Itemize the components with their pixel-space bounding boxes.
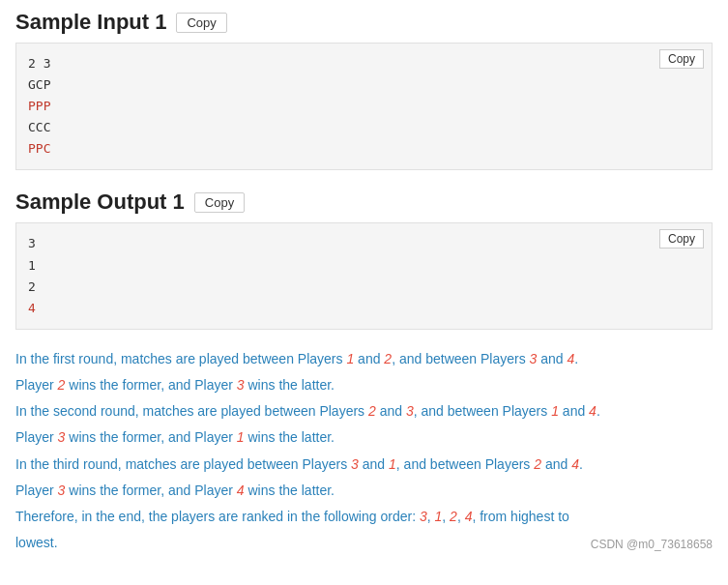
- code-line: PPC: [28, 138, 700, 160]
- sample-input-copy-corner[interactable]: Copy: [659, 49, 704, 69]
- sample-output-copy-button[interactable]: Copy: [194, 192, 245, 213]
- sample-input-title: Sample Input 1: [15, 10, 166, 35]
- sample-input-copy-button[interactable]: Copy: [176, 13, 226, 33]
- sample-input-block: Copy 2 3 GCP PPP CCC PPC: [15, 43, 713, 170]
- explanation-line-4: Player 3 wins the former, and Player 1 w…: [15, 425, 713, 450]
- code-line: 1: [28, 255, 700, 277]
- explanation-line-1: In the first round, matches are played b…: [15, 347, 713, 371]
- code-line: GCP: [28, 74, 700, 96]
- explanation-line-8: lowest. CSDN @m0_73618658: [15, 531, 713, 556]
- explanation-line-7: Therefore, in the end, the players are r…: [15, 505, 713, 529]
- explanation-line-5: In the third round, matches are played b…: [15, 453, 713, 477]
- sample-output-header: Sample Output 1 Copy: [15, 190, 713, 215]
- sample-input-header: Sample Input 1 Copy: [15, 10, 713, 35]
- code-line: 3: [28, 233, 700, 254]
- sample-output-title: Sample Output 1: [15, 190, 185, 215]
- explanation-line-2: Player 2 wins the former, and Player 3 w…: [15, 373, 713, 397]
- footer-credit: CSDN @m0_73618658: [591, 535, 713, 556]
- explanation-section: In the first round, matches are played b…: [15, 347, 713, 556]
- code-line: CCC: [28, 117, 700, 138]
- sample-output-block: Copy 3 1 2 4: [15, 222, 713, 329]
- code-line: 2 3: [28, 53, 700, 74]
- explanation-line-3: In the second round, matches are played …: [15, 399, 713, 424]
- code-line: PPP: [28, 96, 700, 117]
- explanation-line-6: Player 3 wins the former, and Player 4 w…: [15, 479, 713, 503]
- code-line: 2: [28, 277, 700, 298]
- sample-output-copy-corner[interactable]: Copy: [659, 229, 704, 249]
- code-line: 4: [28, 298, 700, 319]
